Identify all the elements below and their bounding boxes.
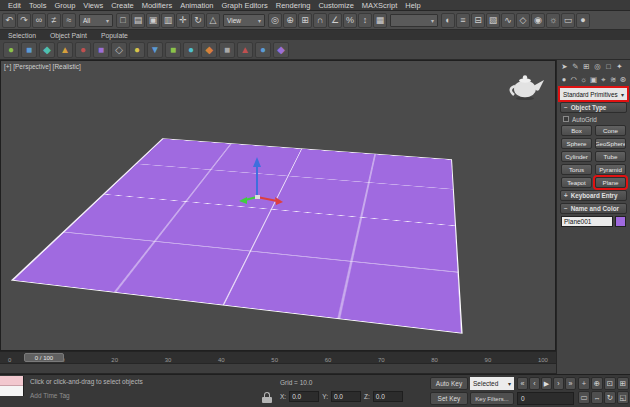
pan-view-icon[interactable]: ↔ [591,391,603,404]
current-frame-field[interactable]: 0 [517,392,574,405]
selection-lock-icon[interactable] [262,392,272,403]
utilities-tab-icon[interactable]: ✦ [614,61,625,72]
modify-tab-icon[interactable]: ✎ [570,61,581,72]
ribbon-tool-icon[interactable]: ◇ [111,42,127,58]
use-pivot-center-icon[interactable]: ◎ [268,13,282,28]
ribbon-tool-icon[interactable]: ■ [219,42,235,58]
ribbon-tool-icon[interactable]: ◆ [201,42,217,58]
keyboard-entry-rollout-header[interactable]: + Keyboard Entry [560,190,627,201]
spinner-snap-icon[interactable]: ↕ [358,13,372,28]
display-tab-icon[interactable]: □ [603,61,614,72]
object-name-field[interactable]: Plane001 [561,216,613,227]
primitives-category-dropdown[interactable]: Standard Primitives [560,88,627,100]
listener-macro-pane[interactable] [0,376,23,386]
menu-item[interactable]: Modifiers [138,1,176,10]
set-key-button[interactable]: Set Key [430,392,468,405]
zoom-icon[interactable]: + [578,377,590,390]
redo-icon[interactable]: ↷ [17,13,31,28]
menu-item[interactable]: Group [50,1,79,10]
zoom-extents-all-icon[interactable]: ⊞ [617,377,629,390]
go-to-start-icon[interactable]: « [517,377,528,390]
perspective-viewport[interactable]: [+] [Perspective] [Realistic] [0,60,556,351]
ribbon-tool-icon[interactable]: ● [129,42,145,58]
sphere-button[interactable]: Sphere [561,138,592,149]
create-tab-icon[interactable]: ➤ [559,61,570,72]
play-animation-icon[interactable]: ▶ [541,377,552,390]
ribbon-tool-icon[interactable]: ▼ [147,42,163,58]
edit-named-selection-sets-icon[interactable]: ▦ [373,13,387,28]
ribbon-tool-icon[interactable]: ● [183,42,199,58]
menu-item[interactable]: Customize [314,1,357,10]
ribbon-tool-icon[interactable]: ◆ [273,42,289,58]
object-color-swatch[interactable] [615,216,626,227]
previous-frame-icon[interactable]: ‹ [529,377,540,390]
autogrid-checkbox[interactable] [563,116,569,122]
reference-coordinate-dropdown[interactable]: View [223,14,265,27]
select-by-name-icon[interactable]: ▤ [131,13,145,28]
zoom-all-icon[interactable]: ⊕ [591,377,603,390]
geometry-category-icon[interactable]: ● [559,74,569,85]
shapes-category-icon[interactable]: ◠ [569,74,579,85]
menu-item[interactable]: Graph Editors [218,1,272,10]
transform-gizmo[interactable] [233,153,285,211]
go-to-end-icon[interactable]: » [565,377,576,390]
maximize-viewport-toggle-icon[interactable]: ◱ [617,391,629,404]
mirror-icon[interactable]: ◐ [441,13,455,28]
hierarchy-tab-icon[interactable]: ⊞ [581,61,592,72]
ribbon-tab[interactable]: Object Paint [50,32,87,39]
menu-item[interactable]: Animation [176,1,217,10]
maxscript-mini-listener[interactable] [0,376,24,396]
graphite-ribbon-toggle-icon[interactable]: ▧ [486,13,500,28]
select-and-move-icon[interactable]: ✛ [176,13,190,28]
menu-item[interactable]: Create [107,1,138,10]
percent-snap-icon[interactable]: % [343,13,357,28]
render-setup-icon[interactable]: ☼ [546,13,560,28]
orbit-icon[interactable]: ↻ [604,391,616,404]
window-crossing-toggle-icon[interactable]: ▥ [161,13,175,28]
ribbon-tool-icon[interactable]: ● [3,42,19,58]
geosphere-button[interactable]: GeoSphere [595,138,626,149]
select-object-icon[interactable]: □ [116,13,130,28]
tube-button[interactable]: Tube [595,151,626,162]
render-production-icon[interactable]: ● [576,13,590,28]
menu-item[interactable]: Rendering [272,1,315,10]
snaps-toggle-icon[interactable]: ∩ [313,13,327,28]
ribbon-tab[interactable]: Selection [8,32,36,39]
timeline[interactable]: 0 / 100 0102030405060708090100 [0,351,556,363]
cylinder-button[interactable]: Cylinder [561,151,592,162]
selection-filter-dropdown[interactable]: All [79,14,113,27]
torus-button[interactable]: Torus [561,164,592,175]
ribbon-tool-icon[interactable]: ■ [93,42,109,58]
key-selection-dropdown[interactable]: Selected [470,377,514,390]
undo-icon[interactable]: ↶ [2,13,16,28]
rectangular-selection-region-icon[interactable]: ▣ [146,13,160,28]
motion-tab-icon[interactable]: ◎ [592,61,603,72]
teapot-button[interactable]: Teapot [561,177,592,188]
bind-to-space-warp-icon[interactable]: ≈ [62,13,76,28]
add-time-tag[interactable]: Add Time Tag [30,392,70,399]
lights-category-icon[interactable]: ☼ [579,74,589,85]
select-and-manipulate-icon[interactable]: ⊕ [283,13,297,28]
ribbon-tool-icon[interactable]: ▲ [237,42,253,58]
select-and-scale-icon[interactable]: △ [206,13,220,28]
ribbon-tool-icon[interactable]: ▲ [57,42,73,58]
layer-manager-icon[interactable]: ⊟ [471,13,485,28]
name-and-color-rollout-header[interactable]: − Name and Color [560,203,627,214]
ribbon-tool-icon[interactable]: ◆ [39,42,55,58]
material-editor-icon[interactable]: ◉ [531,13,545,28]
zoom-region-icon[interactable]: ▭ [578,391,590,404]
ribbon-tool-icon[interactable]: ● [255,42,271,58]
pyramid-button[interactable]: Pyramid [595,164,626,175]
menu-item[interactable]: Tools [25,1,51,10]
space-warps-category-icon[interactable]: ≋ [608,74,618,85]
auto-key-button[interactable]: Auto Key [430,377,468,390]
time-slider-handle[interactable]: 0 / 100 [24,353,64,362]
select-and-rotate-icon[interactable]: ↻ [191,13,205,28]
curve-editor-icon[interactable]: ∿ [501,13,515,28]
align-icon[interactable]: ≡ [456,13,470,28]
x-coordinate-field[interactable]: 0.0 [289,391,319,402]
menu-item[interactable]: Help [401,1,424,10]
plane-button[interactable]: Plane [595,177,626,188]
unlink-selection-icon[interactable]: ≠ [47,13,61,28]
next-frame-icon[interactable]: › [553,377,564,390]
